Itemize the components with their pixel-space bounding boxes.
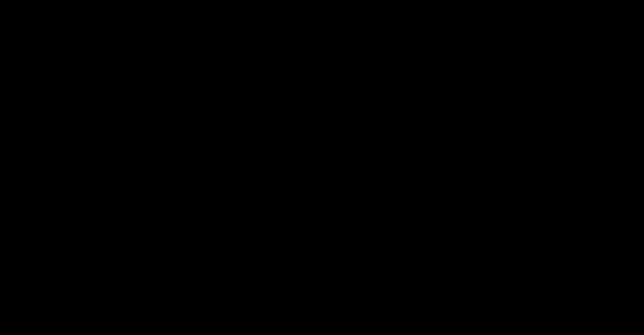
chart-canvas[interactable] <box>0 0 644 335</box>
bloomberg-td-sequential-chart-window <box>0 0 644 335</box>
